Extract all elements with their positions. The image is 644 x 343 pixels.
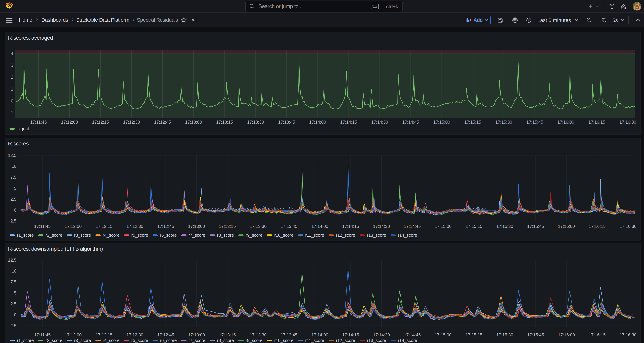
svg-text:7.5: 7.5 — [10, 175, 16, 180]
svg-text:17:12:45: 17:12:45 — [154, 120, 171, 125]
svg-text:17:12:30: 17:12:30 — [126, 332, 143, 337]
svg-text:10: 10 — [12, 164, 16, 169]
svg-text:12.5: 12.5 — [8, 153, 16, 158]
svg-text:17:15:00: 17:15:00 — [435, 332, 452, 337]
svg-text:17:14:45: 17:14:45 — [404, 224, 421, 229]
svg-text:17:14:15: 17:14:15 — [340, 120, 357, 125]
svg-text:2: 2 — [11, 75, 13, 80]
svg-text:17:15:15: 17:15:15 — [466, 332, 482, 337]
svg-text:17:14:30: 17:14:30 — [373, 332, 390, 337]
svg-text:17:11:45: 17:11:45 — [34, 332, 50, 337]
svg-text:1: 1 — [11, 87, 13, 91]
svg-text:17:12:15: 17:12:15 — [92, 120, 109, 125]
svg-text:17:14:45: 17:14:45 — [402, 120, 419, 125]
svg-text:17:15:30: 17:15:30 — [496, 332, 513, 337]
svg-text:17:14:00: 17:14:00 — [311, 224, 328, 229]
svg-text:17:13:30: 17:13:30 — [250, 224, 266, 229]
svg-text:17:14:15: 17:14:15 — [342, 224, 359, 229]
svg-text:17:15:00: 17:15:00 — [435, 224, 452, 229]
svg-text:17:13:00: 17:13:00 — [188, 332, 205, 337]
svg-text:17:12:45: 17:12:45 — [157, 332, 174, 337]
svg-text:17:13:15: 17:13:15 — [219, 224, 236, 229]
svg-text:0: 0 — [14, 208, 16, 212]
svg-text:17:12:45: 17:12:45 — [157, 224, 174, 229]
svg-text:17:14:00: 17:14:00 — [311, 332, 328, 337]
svg-text:17:12:30: 17:12:30 — [126, 224, 143, 229]
svg-text:17:16:00: 17:16:00 — [558, 332, 575, 337]
svg-text:17:11:45: 17:11:45 — [30, 120, 47, 125]
svg-text:5: 5 — [14, 186, 16, 191]
svg-text:7.5: 7.5 — [10, 279, 16, 284]
svg-text:17:16:30: 17:16:30 — [620, 120, 636, 125]
svg-text:17:11:45: 17:11:45 — [34, 224, 50, 229]
svg-text:12.5: 12.5 — [8, 258, 16, 262]
svg-text:17:16:30: 17:16:30 — [620, 332, 636, 337]
svg-text:17:12:00: 17:12:00 — [61, 120, 78, 125]
svg-text:17:16:15: 17:16:15 — [589, 332, 606, 337]
svg-text:-2.5: -2.5 — [9, 218, 16, 223]
svg-text:17:16:00: 17:16:00 — [558, 224, 575, 229]
svg-text:4: 4 — [11, 51, 13, 56]
svg-text:17:14:45: 17:14:45 — [404, 332, 421, 337]
svg-text:17:13:00: 17:13:00 — [185, 120, 202, 125]
svg-text:17:13:45: 17:13:45 — [280, 224, 297, 229]
svg-text:3: 3 — [11, 63, 13, 68]
svg-text:5: 5 — [14, 290, 16, 295]
svg-text:17:15:15: 17:15:15 — [466, 224, 482, 229]
svg-text:17:14:15: 17:14:15 — [342, 332, 359, 337]
svg-text:17:13:15: 17:13:15 — [219, 332, 236, 337]
svg-text:signal: signal — [18, 126, 29, 131]
svg-text:17:15:45: 17:15:45 — [527, 332, 544, 337]
svg-text:2.5: 2.5 — [10, 301, 16, 306]
svg-text:17:15:00: 17:15:00 — [433, 120, 450, 125]
svg-text:17:15:15: 17:15:15 — [464, 120, 481, 125]
svg-text:17:16:15: 17:16:15 — [588, 120, 605, 125]
svg-text:17:16:00: 17:16:00 — [557, 120, 574, 125]
svg-text:17:15:45: 17:15:45 — [527, 224, 544, 229]
svg-text:17:12:15: 17:12:15 — [96, 332, 112, 337]
svg-text:17:13:45: 17:13:45 — [278, 120, 295, 125]
svg-text:17:14:30: 17:14:30 — [371, 120, 388, 125]
svg-text:17:12:15: 17:12:15 — [96, 224, 112, 229]
svg-text:17:15:30: 17:15:30 — [496, 224, 513, 229]
svg-text:-1: -1 — [10, 110, 13, 115]
svg-text:17:14:30: 17:14:30 — [373, 224, 390, 229]
svg-text:0: 0 — [14, 312, 16, 317]
svg-text:17:12:30: 17:12:30 — [123, 120, 140, 125]
svg-text:0: 0 — [11, 99, 13, 103]
svg-text:17:13:15: 17:13:15 — [216, 120, 233, 125]
svg-text:17:16:15: 17:16:15 — [589, 224, 606, 229]
svg-text:17:16:30: 17:16:30 — [620, 224, 636, 229]
svg-text:17:12:00: 17:12:00 — [65, 224, 82, 229]
svg-text:17:13:00: 17:13:00 — [188, 224, 205, 229]
svg-text:10: 10 — [12, 268, 16, 273]
svg-text:-2.5: -2.5 — [9, 323, 16, 328]
svg-text:17:13:30: 17:13:30 — [247, 120, 264, 125]
svg-text:17:13:45: 17:13:45 — [280, 332, 297, 337]
svg-text:2.5: 2.5 — [10, 197, 16, 202]
svg-text:17:12:00: 17:12:00 — [65, 332, 82, 337]
svg-text:17:15:30: 17:15:30 — [495, 120, 512, 125]
svg-text:17:15:45: 17:15:45 — [526, 120, 543, 125]
svg-text:17:13:30: 17:13:30 — [250, 332, 266, 337]
svg-text:17:14:00: 17:14:00 — [309, 120, 326, 125]
